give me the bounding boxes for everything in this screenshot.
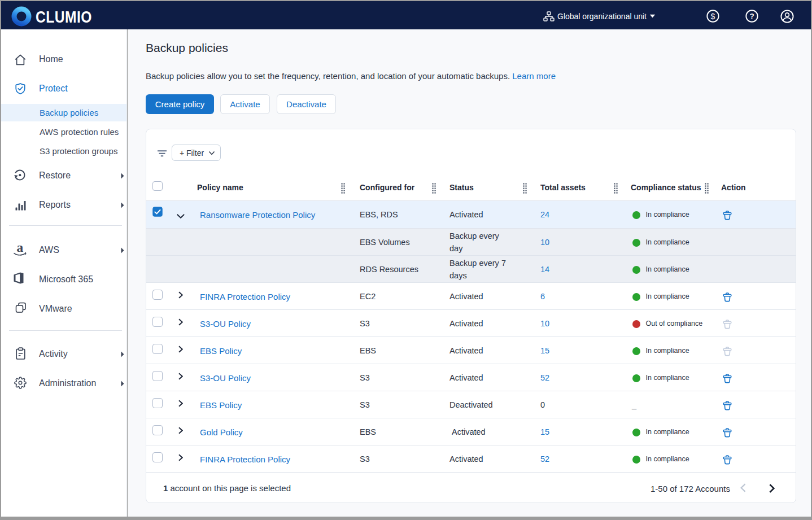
svg-text:a: a — [16, 242, 23, 255]
svg-text:?: ? — [749, 12, 754, 20]
svg-text:$: $ — [711, 12, 715, 21]
